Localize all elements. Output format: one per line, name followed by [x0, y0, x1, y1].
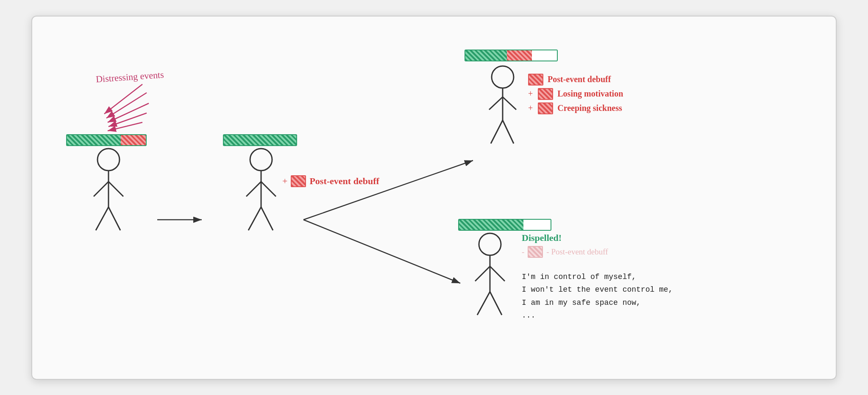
stick-figure-2: [240, 148, 282, 243]
stick-figure-4: [469, 232, 511, 327]
svg-line-3: [108, 182, 123, 196]
svg-line-33: [477, 292, 490, 315]
svg-line-32: [490, 266, 505, 281]
svg-point-14: [250, 149, 272, 171]
svg-line-18: [248, 207, 261, 230]
affirmation-line-3: I am in my safe space now,: [522, 296, 673, 309]
hb-green-4: [459, 220, 523, 230]
health-bar-figure2: [223, 134, 297, 146]
legend-box-pink-debuff: [528, 246, 543, 258]
hb-green-2: [224, 135, 296, 145]
legend-box-sickness: [538, 102, 553, 114]
hb-red-3: [507, 50, 532, 61]
svg-line-28: [503, 120, 514, 144]
legend-sickness-label: Creeping sickness: [557, 103, 622, 113]
whiteboard: Distressing events: [31, 16, 837, 380]
svg-point-23: [492, 66, 514, 88]
minus-post-event-label: - Post-event debuff: [546, 247, 608, 257]
affirmation-line-2: I won't let the event control me,: [522, 283, 673, 296]
svg-line-27: [491, 120, 503, 144]
health-bar-figure3: [465, 50, 558, 61]
svg-line-16: [246, 182, 261, 196]
svg-line-5: [108, 207, 120, 230]
svg-line-26: [503, 97, 516, 110]
affirmation-block: I'm in control of myself, I won't let th…: [522, 271, 673, 322]
svg-line-21: [303, 160, 473, 220]
svg-point-29: [479, 233, 501, 255]
svg-line-25: [489, 97, 503, 110]
hb-empty-4: [523, 220, 551, 230]
figure3-legend: Post-event debuff + Losing motivation + …: [528, 74, 623, 117]
legend-box-motivation: [538, 88, 553, 100]
hb-empty-3: [532, 50, 557, 61]
svg-line-22: [303, 220, 460, 283]
legend-motivation-label: Losing motivation: [557, 89, 623, 99]
svg-line-2: [94, 182, 108, 196]
svg-line-31: [475, 266, 490, 281]
dispelled-section: Dispelled! - - Post-event debuff: [522, 232, 608, 258]
affirmation-line-1: I'm in control of myself,: [522, 271, 673, 284]
legend-box-debuff: [528, 74, 543, 86]
legend-debuff-label: Post-event debuff: [548, 75, 611, 84]
affirmation-line-4: ...: [522, 309, 673, 322]
dispelled-label: Dispelled!: [522, 232, 608, 243]
health-bar-figure4: [458, 219, 551, 231]
right-arrow: [155, 211, 206, 228]
stick-figure-3: [481, 65, 524, 152]
svg-line-11: [108, 122, 142, 131]
hb-green-3: [465, 50, 507, 61]
svg-line-17: [261, 182, 276, 196]
svg-line-4: [96, 207, 108, 230]
distressing-arrows: [58, 80, 155, 165]
svg-line-19: [261, 207, 273, 230]
svg-line-34: [490, 292, 502, 315]
